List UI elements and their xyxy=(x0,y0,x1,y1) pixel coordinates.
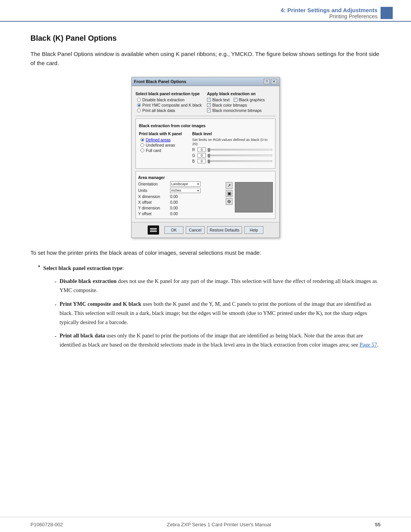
rgb-g-row: G 0 xyxy=(192,153,272,158)
cb-black-graphics-box[interactable] xyxy=(234,98,237,102)
radio-undefined-circle[interactable] xyxy=(140,143,144,147)
units-label: Units xyxy=(138,188,169,193)
sub-dash-1: - xyxy=(55,277,57,286)
y-offset-label: Y offset xyxy=(138,211,169,216)
y-offset-value: 0.00 xyxy=(170,211,178,216)
dialog-footer: OK Cancel Restore Defaults Help xyxy=(132,222,279,238)
select-tool-button[interactable]: ▣ xyxy=(226,190,233,197)
chapter-title: 4: Printer Settings and Adjustments xyxy=(281,7,378,13)
stripe1 xyxy=(150,228,157,229)
black-level-col: Black level Set limits on RGB values def… xyxy=(192,129,272,165)
sub-bullet-all-black: - Print all black data uses only the K p… xyxy=(55,331,381,350)
extraction-box: Black extraction from color images Print… xyxy=(135,118,276,169)
x-offset-value: 0.00 xyxy=(170,200,178,204)
area-manager-label: Area manager xyxy=(138,175,273,180)
extraction-section-label: Black extraction from color images xyxy=(139,123,272,128)
black-level-label: Black level xyxy=(192,132,272,136)
rgb-g-input[interactable]: 0 xyxy=(198,153,206,158)
sub-bold-ymc: Print YMC composite and K black xyxy=(59,301,141,307)
orientation-dropdown[interactable]: Landscape ▼ xyxy=(170,181,201,187)
extraction-type-col: Select black panel extraction type Disab… xyxy=(135,89,204,113)
rgb-g-label: G xyxy=(192,153,196,158)
radio-defined-label: Defined areas xyxy=(146,137,170,142)
cancel-button[interactable]: Cancel xyxy=(186,226,205,234)
header-accent-block xyxy=(381,7,393,19)
page-57-link[interactable]: Page 57 xyxy=(360,342,377,348)
sub-content-disable: Disable black extraction does not use th… xyxy=(59,277,381,295)
radio-disable[interactable]: Disable black extraction xyxy=(137,97,204,102)
area-preview xyxy=(235,182,273,212)
rgb-r-slider[interactable] xyxy=(207,149,272,150)
dialog-box: Front Black Panel Options ? ✕ Select bla… xyxy=(131,77,280,238)
zoom-tool-button[interactable]: ⊕ xyxy=(226,198,233,205)
radio-undefined[interactable]: Undefined areas xyxy=(140,143,188,147)
x-dimension-value: 0.00 xyxy=(170,194,178,199)
zebra-logo xyxy=(148,225,159,235)
sub-bold-disable: Disable black extraction xyxy=(59,278,116,284)
units-value: inches xyxy=(171,189,181,192)
radio-ymc[interactable]: Print YMC composite and K black xyxy=(137,103,204,107)
move-tool-button[interactable]: ↗ xyxy=(226,182,233,189)
units-row: Units inches ▼ xyxy=(138,188,223,193)
radio-all-black-circle[interactable] xyxy=(137,109,141,112)
intro-paragraph: The Black Panel Options window is availa… xyxy=(30,50,381,68)
orientation-value: Landscape xyxy=(171,182,188,186)
rgb-b-track xyxy=(208,161,272,161)
dialog-titlebar: Front Black Panel Options ? ✕ xyxy=(132,77,279,86)
help-button-icon[interactable]: ? xyxy=(264,79,270,84)
rgb-b-slider[interactable] xyxy=(207,160,272,162)
cb-color-bitmaps[interactable]: Black color bitmaps xyxy=(207,103,276,107)
dialog-screenshot-container: Front Black Panel Options ? ✕ Select bla… xyxy=(30,77,381,238)
black-level-section: Print black with K panel Defined areas U… xyxy=(139,129,272,165)
restore-defaults-button[interactable]: Restore Defaults xyxy=(207,226,242,234)
rgb-g-slider[interactable] xyxy=(207,155,272,156)
radio-all-black-label: Print all black data xyxy=(142,108,175,113)
cb-black-text[interactable]: Black text Black graphics xyxy=(207,97,276,102)
rgb-r-input[interactable]: 0 xyxy=(198,147,206,152)
header-subtitle: Printing Preferences xyxy=(281,13,378,19)
units-dropdown[interactable]: inches ▼ xyxy=(170,188,201,193)
sub-content-ymc: Print YMC composite and K black uses bot… xyxy=(59,300,381,327)
radio-full-card-circle[interactable] xyxy=(140,149,144,152)
close-button-icon[interactable]: ✕ xyxy=(271,79,277,84)
y-dimension-row: Y dimension 0.00 xyxy=(138,206,223,210)
cb-mono-bitmaps-box[interactable] xyxy=(207,109,211,112)
bullet-label: Select black panel extraction type xyxy=(43,265,123,271)
cb-mono-bitmaps[interactable]: Black monochrome bitmaps xyxy=(207,108,276,113)
units-arrow-icon: ▼ xyxy=(197,189,199,192)
cb-color-bitmaps-box[interactable] xyxy=(207,103,211,107)
divider1 xyxy=(135,116,276,116)
cb-color-bitmaps-label: Black color bitmaps xyxy=(212,103,247,107)
rgb-r-label: R xyxy=(192,148,196,152)
radio-disable-circle[interactable] xyxy=(137,98,141,102)
area-manager-fields: Orientation Landscape ▼ Units inches xyxy=(138,181,223,217)
print-black-label: Print black with K panel xyxy=(139,132,188,136)
radio-full-card-label: Full card xyxy=(146,148,161,153)
cb-black-graphics-label: Black graphics xyxy=(239,97,265,102)
rgb-g-track xyxy=(208,155,272,156)
radio-defined[interactable]: Defined areas xyxy=(140,137,188,142)
sub-bold-all-black: Print all black data xyxy=(59,332,105,339)
rgb-b-row: B 0 xyxy=(192,159,272,163)
black-level-desc: Set limits on RGB values defined as blac… xyxy=(192,137,272,146)
extraction-type-label: Select black panel extraction type xyxy=(135,91,204,96)
ok-button[interactable]: OK xyxy=(164,226,183,234)
page-footer: P1060728-002 Zebra ZXP Series 1 Card Pri… xyxy=(0,517,411,532)
panel-radio-col: Print black with K panel Defined areas U… xyxy=(139,129,188,165)
dialog-controls: ? ✕ xyxy=(264,79,277,84)
bullet-dot: • xyxy=(38,263,40,270)
radio-defined-circle[interactable] xyxy=(140,138,144,142)
rgb-b-input[interactable]: 0 xyxy=(198,159,206,163)
cb-black-text-box[interactable] xyxy=(207,98,211,102)
apply-label: Apply black extraction on xyxy=(207,91,276,96)
radio-full-card[interactable]: Full card xyxy=(140,148,188,153)
sub-bullet-ymc: - Print YMC composite and K black uses b… xyxy=(55,300,381,327)
x-offset-label: X offset xyxy=(138,200,169,204)
radio-ymc-circle[interactable] xyxy=(137,103,141,107)
radio-all-black[interactable]: Print all black data xyxy=(137,108,204,113)
cb-mono-bitmaps-label: Black monochrome bitmaps xyxy=(212,108,262,113)
radio-disable-label: Disable black extraction xyxy=(142,97,185,102)
area-manager-content: Orientation Landscape ▼ Units inches xyxy=(138,181,273,217)
help-button[interactable]: Help xyxy=(244,226,263,234)
rgb-r-row: R 0 xyxy=(192,147,272,152)
